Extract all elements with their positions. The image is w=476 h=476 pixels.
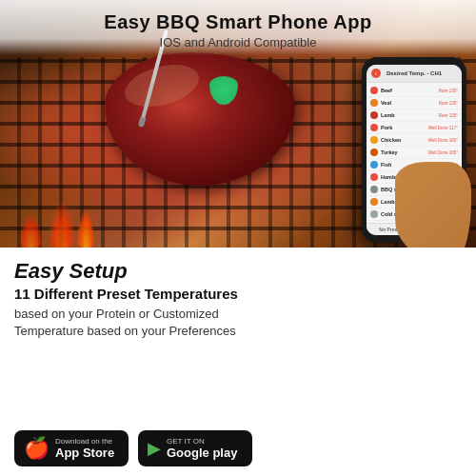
phone-food-row[interactable]: Chicken Well Done 165° [367, 134, 462, 147]
google-play-icon: ▶ [148, 438, 161, 459]
store-buttons-container: 🍎 Download on the App Store ▶ GET IT ON … [14, 430, 462, 466]
food-icon [370, 186, 378, 193]
food-icon [370, 111, 378, 119]
apple-icon: 🍎 [24, 436, 50, 461]
app-store-button[interactable]: 🍎 Download on the App Store [14, 430, 129, 466]
food-icon [370, 136, 378, 144]
title-overlay: Easy BBQ Smart Phone App IOS and Android… [0, 0, 476, 55]
food-icon [370, 87, 378, 94]
food-icon [370, 210, 378, 218]
google-play-button[interactable]: ▶ GET IT ON Google play [138, 430, 252, 466]
flame-3 [19, 214, 43, 248]
google-play-large-text: Google play [167, 446, 237, 460]
food-name: Turkey [381, 149, 428, 155]
top-hero-section: Easy BBQ Smart Phone App IOS and Android… [0, 0, 476, 248]
phone-food-row[interactable]: Pork Well Done 117° [367, 122, 462, 134]
app-main-title: Easy BBQ Smart Phone App [10, 11, 466, 33]
food-icon [370, 99, 378, 107]
phone-food-row[interactable]: Lamb Rare 135° [367, 109, 462, 122]
easy-setup-heading: Easy Setup [14, 259, 462, 284]
food-temp: Rare 135° [439, 113, 458, 118]
food-name: Veal [381, 100, 439, 106]
food-temp: Rare 135° [439, 101, 458, 106]
google-play-small-text: GET IT ON [167, 437, 237, 446]
food-icon [370, 173, 378, 181]
food-name: Lamb [381, 112, 439, 118]
google-play-text-block: GET IT ON Google play [167, 437, 237, 460]
text-content: Easy Setup 11 Different Preset Temperatu… [14, 259, 462, 340]
main-container: Easy BBQ Smart Phone App IOS and Android… [0, 0, 476, 476]
phone-food-row[interactable]: Veal Rare 135° [367, 97, 462, 109]
food-temp: Rare 135° [439, 89, 458, 93]
food-name: Pork [381, 125, 428, 130]
description-line1: based on your Protein or Customized [14, 307, 219, 321]
app-store-text-block: Download on the App Store [55, 437, 114, 460]
flame-2 [76, 209, 95, 248]
food-temp: Well Done 165° [428, 138, 458, 143]
flame-1 [48, 200, 76, 248]
food-temp: Well Done 117° [428, 126, 458, 130]
food-name: Beef [381, 88, 439, 93]
food-temp: Well Done 165° [428, 150, 458, 155]
phone-mockup-wrapper: ‹ Desired Temp. - CH1 Beef Rare 135° Vea… [362, 57, 466, 243]
description-text: based on your Protein or Customized Temp… [14, 306, 462, 340]
food-icon [370, 149, 378, 156]
phone-back-button[interactable]: ‹ [371, 69, 381, 78]
app-sub-title: IOS and Android Compatible [10, 35, 466, 50]
steak-image [105, 52, 295, 186]
app-store-small-text: Download on the [55, 437, 114, 446]
preset-count-heading: 11 Different Preset Temperatures [14, 286, 462, 302]
food-icon [370, 161, 378, 169]
phone-screen-title: Desired Temp. - CH1 [387, 70, 442, 76]
phone-food-row[interactable]: Turkey Well Done 165° [367, 147, 462, 159]
phone-screen-header: ‹ Desired Temp. - CH1 [367, 65, 462, 83]
phone-food-row[interactable]: Beef Rare 135° [367, 85, 462, 97]
hand-holding-phone [395, 162, 471, 248]
description-line2: Temperature based on your Preferences [14, 324, 236, 338]
food-icon [370, 198, 378, 206]
food-icon [370, 124, 378, 131]
food-name: Chicken [381, 137, 428, 143]
app-store-large-text: App Store [55, 446, 114, 460]
bottom-info-section: Easy Setup 11 Different Preset Temperatu… [0, 248, 476, 476]
